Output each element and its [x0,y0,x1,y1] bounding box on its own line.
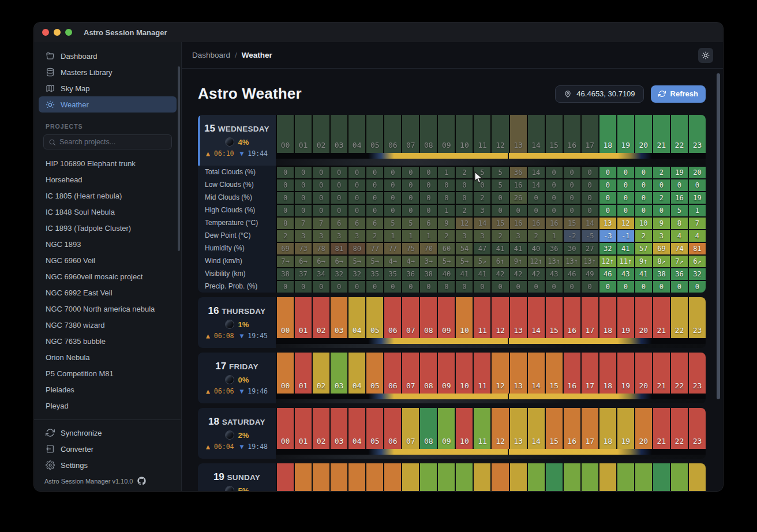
hour-cell[interactable]: 13 [509,115,527,153]
hour-cell[interactable]: 08 [419,353,437,394]
hour-cell[interactable]: 07 [401,297,419,338]
hour-cell[interactable]: 02 [312,408,329,449]
hour-cell[interactable]: 02 [312,463,329,492]
day-header-17[interactable]: 17 FRIDAY0%▲ 06:06▼ 19:46 [198,353,276,403]
hour-cell[interactable]: 17 [580,463,598,492]
hour-cell[interactable]: 10 [455,115,473,153]
hour-cell[interactable]: 07 [401,353,419,394]
sidebar-item-weather[interactable]: Weather [39,96,177,113]
hour-cell[interactable]: 12 [490,463,508,492]
hour-cell[interactable]: 22 [670,463,688,492]
hour-cell[interactable]: 11 [473,353,490,394]
hour-cell[interactable]: 05 [365,115,383,153]
hour-cell[interactable]: 03 [329,353,347,394]
hour-cell[interactable]: 15 [545,115,563,153]
hour-cell[interactable]: 13 [509,408,527,449]
footer-item-settings[interactable]: Settings [39,457,176,473]
hour-cell[interactable]: 12 [490,115,508,153]
hour-cell[interactable]: 01 [294,115,312,153]
hour-cell[interactable]: 18 [598,408,616,449]
hour-cell[interactable]: 08 [419,408,437,449]
hour-cell[interactable]: 19 [616,353,634,394]
sidebar-item-masters-library[interactable]: Masters Library [39,64,177,80]
hour-cell[interactable]: 19 [616,297,634,338]
hour-cell[interactable]: 23 [688,115,706,153]
project-item[interactable]: HIP 106890 Elephant trunk [34,155,181,171]
hour-cell[interactable]: 13 [509,463,527,492]
hour-cell[interactable]: 19 [616,463,634,492]
hour-cell[interactable]: 06 [383,463,401,492]
hour-cell[interactable]: 04 [347,297,365,338]
content-scrollbar[interactable] [717,73,720,399]
hour-cell[interactable]: 10 [455,463,473,492]
theme-toggle-button[interactable] [698,48,713,63]
hour-cell[interactable]: 15 [545,297,563,338]
hour-cell[interactable]: 00 [276,463,294,492]
zoom-window-button[interactable] [65,29,72,36]
breadcrumb-parent[interactable]: Dashboard [192,51,230,59]
hour-cell[interactable]: 09 [437,463,455,492]
hour-cell[interactable]: 06 [383,408,401,449]
hour-cell[interactable]: 17 [580,408,598,449]
hour-cell[interactable]: 14 [527,408,545,449]
hour-cell[interactable]: 09 [437,297,455,338]
hour-cell[interactable]: 08 [419,115,437,153]
hour-cell[interactable]: 07 [401,408,419,449]
hour-cell[interactable]: 01 [294,297,312,338]
hour-cell[interactable]: 04 [347,408,365,449]
hour-cell[interactable]: 14 [527,353,545,394]
project-item[interactable]: Horsehead [34,171,181,188]
project-item[interactable]: Orion Nebula [34,349,181,365]
refresh-button[interactable]: Refresh [651,85,706,103]
hour-cell[interactable]: 22 [670,297,688,338]
close-window-button[interactable] [42,29,49,36]
project-item[interactable]: Pleiades [34,381,181,398]
project-item[interactable]: NGC 6960 Veil [34,252,181,268]
project-item[interactable]: Pleyad [34,398,181,414]
hour-cell[interactable]: 19 [616,115,634,153]
hour-cell[interactable]: 17 [580,297,598,338]
hour-cell[interactable]: 21 [652,297,670,338]
hour-cell[interactable]: 06 [383,353,401,394]
hour-cell[interactable]: 03 [329,115,347,153]
project-item[interactable]: NGC 6960veil mosaic project [34,268,181,284]
hour-cell[interactable]: 16 [563,408,580,449]
hour-cell[interactable]: 00 [276,353,294,394]
hour-cell[interactable]: 00 [276,115,294,153]
project-item[interactable]: NGC 7635 bubble [34,333,181,349]
hour-cell[interactable]: 10 [455,408,473,449]
hour-cell[interactable]: 23 [688,463,706,492]
hour-cell[interactable]: 18 [598,463,616,492]
hour-cell[interactable]: 07 [401,463,419,492]
hour-cell[interactable]: 09 [437,115,455,153]
hour-cell[interactable]: 18 [598,353,616,394]
hour-cell[interactable]: 15 [545,353,563,394]
hour-cell[interactable]: 14 [527,115,545,153]
hour-cell[interactable]: 06 [383,297,401,338]
hour-cell[interactable]: 00 [276,297,294,338]
project-item[interactable]: NGC 6992 East Veil [34,284,181,301]
hour-cell[interactable]: 06 [383,115,401,153]
hour-cell[interactable]: 11 [473,115,490,153]
hour-cell[interactable]: 20 [634,115,652,153]
footer-item-converter[interactable]: Converter [39,441,176,457]
hour-cell[interactable]: 16 [563,353,580,394]
hour-cell[interactable]: 17 [580,353,598,394]
hour-cell[interactable]: 23 [688,408,706,449]
hour-cell[interactable]: 12 [490,297,508,338]
hour-cell[interactable]: 20 [634,297,652,338]
sidebar-scrollbar[interactable] [178,66,180,251]
hour-cell[interactable]: 05 [365,408,383,449]
hour-cell[interactable]: 16 [563,115,580,153]
hour-cell[interactable]: 11 [473,408,490,449]
hour-cell[interactable]: 04 [347,353,365,394]
hour-cell[interactable]: 03 [329,297,347,338]
hour-cell[interactable]: 08 [419,297,437,338]
project-item[interactable]: IC 1848 Soul Nebula [34,204,181,220]
hour-cell[interactable]: 12 [490,408,508,449]
hour-cell[interactable]: 09 [437,408,455,449]
hour-cell[interactable]: 17 [580,115,598,153]
day-header-19[interactable]: 19 SUNDAY5%▲ 06:03▼ 19:49 [198,463,276,492]
hour-cell[interactable]: 20 [634,463,652,492]
hour-cell[interactable]: 05 [365,353,383,394]
